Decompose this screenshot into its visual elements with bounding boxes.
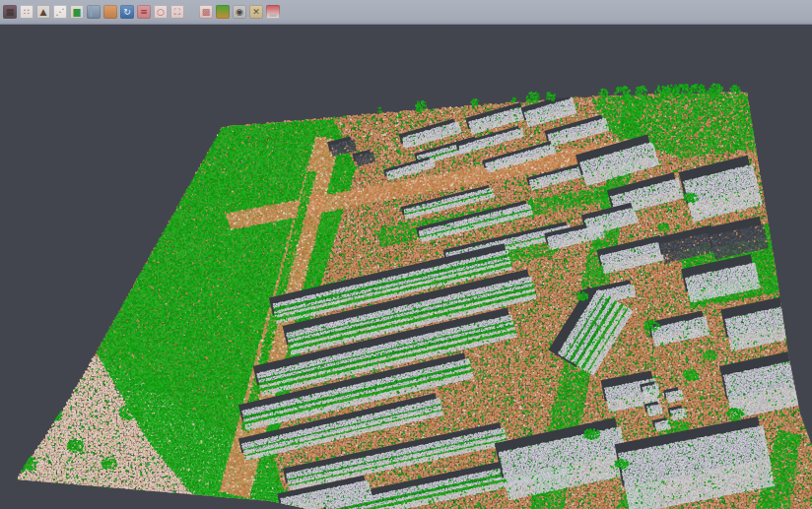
point-pairs-icon[interactable]: ∷ [20, 5, 34, 19]
camera-body-icon[interactable]: ◉ [233, 5, 246, 19]
viewport-3d-canvas[interactable] [0, 0, 812, 509]
checker-pattern-icon[interactable]: ▩ [199, 5, 213, 19]
green-hill-icon[interactable]: ▆ [70, 5, 84, 19]
classification-map-icon[interactable] [216, 5, 230, 19]
toolbar: ▦∷▲⋰▆▎↻≡○⛶▩◉✕▂ [0, 0, 812, 25]
globe-arrows-icon[interactable]: ↻ [120, 5, 134, 19]
height-column-icon[interactable]: ▎ [87, 5, 101, 19]
orange-dem-icon[interactable] [103, 5, 117, 19]
toolbar-separator [184, 5, 196, 19]
khaki-cross-icon[interactable]: ✕ [249, 5, 263, 19]
sparse-points-icon[interactable]: ⋰ [53, 5, 67, 19]
red-stripe-icon[interactable]: ▂ [266, 5, 280, 19]
crop-corners-icon[interactable]: ⛶ [170, 5, 184, 19]
circle-outline-icon[interactable]: ○ [154, 5, 168, 19]
red-rows-icon[interactable]: ≡ [137, 5, 151, 19]
point-cloud-viewer-window: ▦∷▲⋰▆▎↻≡○⛶▩◉✕▂ [0, 0, 812, 509]
segment-thumbnail-icon[interactable]: ▦ [3, 5, 17, 19]
terrain-mound-icon[interactable]: ▲ [36, 5, 50, 19]
